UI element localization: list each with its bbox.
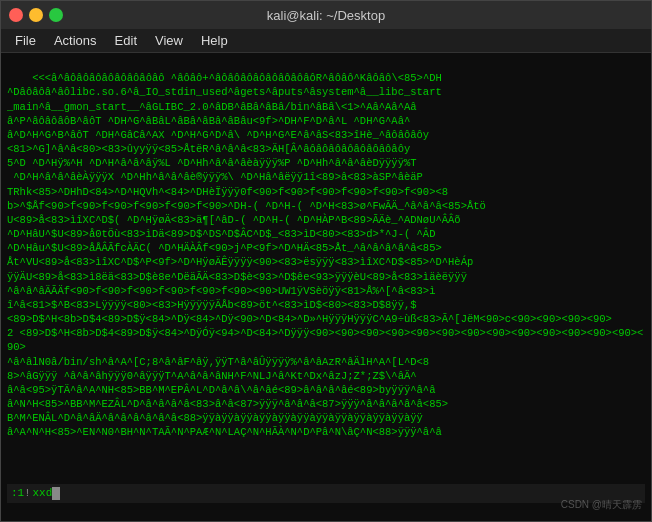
menu-file[interactable]: File [7, 31, 44, 50]
window-title: kali@kali: ~/Desktop [267, 8, 385, 23]
terminal-line: 2 <89>D$^H<8b>D$4<89>D$ÿ<84>^DÿÓÿ<94>^D<… [7, 327, 643, 353]
maximize-button[interactable] [49, 8, 63, 22]
terminal-line: î^â<81>$^B<83>Lÿÿÿÿ<80><83>HÿÿÿÿÿÄÅb<89>… [7, 299, 417, 311]
menu-help[interactable]: Help [193, 31, 236, 50]
terminal-line: â^â<95>ÿTÄ^â^A^NH<85>BB^M^EPÂ^L^D^â^â\^â… [7, 384, 435, 396]
terminal-line: <<<â^âôâôâôâôâôâôâôâô ^âôâô+^âôâôâôâôâôâ… [32, 72, 442, 84]
menu-actions[interactable]: Actions [46, 31, 105, 50]
terminal-line: â^N^H<85>^BB^M^EZÂL^D^â^â^â^â<83>â^â<87>… [7, 398, 448, 410]
terminal-line: ^â^â^âÄÃÄf<90>f<90>f<90>f<90>f<90>f<90><… [7, 285, 435, 297]
terminal-line: b>^$Åf<90>f<90>f<90>f<90>f<90>f<90>^DH-(… [7, 200, 486, 212]
menu-edit[interactable]: Edit [107, 31, 145, 50]
cmd-input-display: xxd [33, 486, 53, 501]
watermark: CSDN @晴天霹雳 [561, 498, 642, 512]
terminal-line: U<89>å<83>ìîXC^D$( ^D^HÿøÄ<83>ä¶[^âD-( ^… [7, 214, 461, 226]
terminal-line: TRhk<85>^DHhD<84>^D^HQVh^<84>^DHèÏÿÿÿ0f<… [7, 186, 448, 198]
menu-bar: File Actions Edit View Help [1, 29, 651, 53]
terminal-line: 8>^âGÿÿÿ ^â^â^âhÿÿÿ0^âÿÿÿT^A^â^â^âNH^F^N… [7, 370, 417, 382]
terminal-window: kali@kali: ~/Desktop File Actions Edit V… [0, 0, 652, 522]
terminal-line: ^D^HâU^$U<89>å0tÖù<83>ìDä<89>D$^DS^D$ÂC^… [7, 228, 435, 240]
cmd-prompt: :1 [11, 486, 24, 501]
cmd-separator: ! [24, 486, 30, 500]
terminal-line: <89>D$^H<8b>D$4<89>D$ÿ<84>^Dÿ<84>^Dÿ<90>… [7, 313, 612, 325]
terminal-line: ^D^Hâu^$U<89>åÅÂÃfcÀÄC( ^D^HÄÀÂf<90>j^P<… [7, 242, 442, 254]
terminal-line: _main^â__gmon_start__^âGLIBC_2.0^âDB^âBâ… [7, 101, 417, 113]
terminal-line: â^A^N^H<85>^EN^N0^BH^N^TAÃ^N^PAÆ^N^LAÇ^N… [7, 426, 442, 438]
title-bar: kali@kali: ~/Desktop [1, 1, 651, 29]
terminal-line: <81>^G]^â^â<80><83>ûyyÿÿ<85>ÅtëR^â^â^â<8… [7, 143, 410, 155]
terminal-line: B^M^ENÂL^D^â^âÄ^â^â^â^â^â^â<88>ÿÿàÿÿàÿÿà… [7, 412, 423, 424]
terminal-line: Åt^VU<89>å<83>ìîXC^D$^P<9f>^D^HÿøÄÊÿÿÿÿ<… [7, 256, 473, 268]
terminal-output: <<<â^âôâôâôâôâôâôâôâô ^âôâô+^âôâôâôâôâôâ… [1, 53, 651, 521]
terminal-line: ^D^H^â^â^âèÀÿÿÿX ^D^Hh^â^â^âè®ÿÿÿ%\ ^D^H… [7, 171, 423, 183]
terminal-line: â^P^âôâôâôB^âôT ^DH^G^âBâL^âBâ^âBâ^âBâu<… [7, 115, 410, 127]
terminal-line: ^Dâôâôâ^âôlibc.so.6^â_IO_stdin_used^âget… [7, 86, 442, 98]
command-line[interactable]: :1 ! xxd [7, 484, 645, 503]
menu-view[interactable]: View [147, 31, 191, 50]
terminal-line: ^â^âlN0â/bin/sh^â^A^[C;8^â^âF^âÿ,ÿÿT^â^â… [7, 356, 429, 368]
window-controls [9, 8, 63, 22]
terminal-line: 5^D ^D^Hÿ%^H ^D^H^â^â^âÿ%L ^D^Hh^â^â^âèà… [7, 157, 417, 169]
close-button[interactable] [9, 8, 23, 22]
terminal-line: ÿÿÄU<89>å<83>ì8ëä<83>D$è8e^DëäÃÄ<83>D$è<… [7, 271, 467, 283]
cursor [52, 487, 60, 500]
terminal-line: â^D^H^G^B^âôT ^DH^GâCâ^AX ^D^H^G^D^â\ ^D… [7, 129, 429, 141]
minimize-button[interactable] [29, 8, 43, 22]
